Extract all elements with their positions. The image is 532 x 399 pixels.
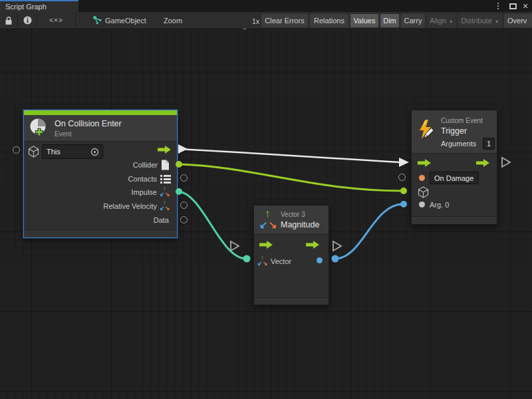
graph-toolbar: <×> GameObject Zoom 1x Clear Errors Rela… [0, 12, 532, 29]
node-category: Vector 3 [281, 211, 305, 218]
port-label: Impulse [131, 188, 157, 196]
event-icon [29, 117, 49, 138]
relations-button[interactable]: Relations [310, 14, 348, 27]
carry-button[interactable]: Carry [401, 14, 425, 27]
lock-icon [5, 16, 13, 25]
event-name-port[interactable] [419, 175, 425, 181]
custom-event-icon [417, 119, 437, 140]
flow-input-marker[interactable] [231, 241, 239, 251]
node-category: Custom Event [441, 117, 483, 124]
node-on-collision-enter[interactable]: On Collision Enter Event This Collider [23, 110, 178, 238]
vector3-icon: ↑ ↙ ↘ [258, 256, 268, 267]
wire-flow[interactable] [178, 149, 399, 162]
input-port-event-name[interactable] [398, 174, 406, 181]
arg0-port[interactable] [419, 201, 425, 207]
flow-input-port[interactable] [259, 240, 273, 249]
node-header: ↑ ↙ ↘ Vector 3 Magnitude [254, 205, 329, 235]
event-name-field[interactable]: On Damage [430, 172, 479, 184]
flow-output-port[interactable] [157, 145, 172, 154]
node-header: Custom Event Trigger Arguments 1 [412, 110, 497, 154]
wire-collider[interactable] [178, 164, 403, 191]
port-row-impulse[interactable]: Impulse ↑ ↙ ↘ [131, 186, 170, 199]
port-label: Relative Velocity [103, 202, 157, 210]
wire-impulse[interactable] [178, 192, 246, 259]
flow-input-port[interactable] [417, 158, 432, 168]
vector3-icon: ↑ ↙ ↘ [260, 208, 277, 231]
arguments-count-field[interactable]: 1 [483, 138, 495, 150]
tab-script-graph[interactable]: Script Graph [0, 0, 78, 12]
distribute-label: Distribute [461, 17, 491, 25]
align-dropdown-button[interactable]: Align ▼ [427, 14, 456, 27]
zoom-value: 1x [252, 17, 259, 25]
self-target-value: This [47, 148, 61, 156]
chevron-down-icon: ▼ [449, 19, 454, 24]
tab-bar: Script Graph × [0, 0, 532, 12]
flow-output-marker[interactable] [333, 241, 341, 251]
flow-output-port[interactable] [475, 158, 490, 168]
arguments-label: Arguments [441, 140, 476, 148]
wire-magnitude[interactable] [335, 204, 403, 259]
output-port-contacts[interactable] [180, 174, 188, 182]
breadcrumb-graph-icon [92, 12, 102, 29]
info-icon [23, 16, 32, 25]
port-label: Data [154, 216, 169, 224]
arg0-label: Arg. 0 [430, 201, 449, 209]
breadcrumb[interactable]: GameObject [105, 17, 146, 25]
output-port-data[interactable] [180, 216, 188, 223]
node-title: Magnitude [281, 220, 319, 229]
node-title: Trigger [441, 126, 467, 136]
wire-endpoint[interactable] [243, 255, 251, 263]
document-icon [161, 160, 170, 170]
clear-errors-button[interactable]: Clear Errors [261, 14, 308, 27]
flow-start-arrow[interactable] [178, 144, 188, 154]
zoom-label: Zoom [164, 17, 182, 25]
port-label: Contacts [128, 175, 157, 183]
vector3-icon: ↑ ↙ ↘ [160, 187, 170, 198]
flow-output-port[interactable] [305, 240, 320, 249]
close-icon[interactable]: × [520, 0, 531, 12]
dim-toggle-button[interactable]: Dim [380, 14, 399, 27]
kebab-menu-icon[interactable] [493, 0, 503, 12]
distribute-dropdown-button[interactable]: Distribute ▼ [458, 14, 502, 27]
object-picker-icon[interactable] [90, 148, 99, 156]
wire-endpoint[interactable] [332, 255, 339, 263]
port-row-contacts[interactable]: Contacts [128, 172, 171, 186]
code-preview-button[interactable]: <×> [37, 12, 75, 29]
node-vector3-magnitude[interactable]: ↑ ↙ ↘ Vector 3 Magnitude ↑ ↙ ↘ Vector [253, 205, 329, 305]
values-toggle-button[interactable]: Values [350, 14, 378, 27]
event-accent-bar [24, 110, 177, 115]
node-footer [412, 216, 497, 224]
graph-canvas[interactable]: On Collision Enter Event This Collider [0, 29, 532, 399]
maximize-icon[interactable] [507, 0, 518, 12]
port-row-data[interactable]: Data [154, 213, 169, 227]
output-port-relative-velocity[interactable] [180, 201, 188, 209]
port-label-vector: Vector [271, 257, 291, 265]
port-row-collider[interactable]: Collider [133, 158, 170, 172]
lock-button[interactable] [0, 12, 17, 29]
script-graph-window: Script Graph × <×> [0, 0, 532, 399]
node-custom-event-trigger[interactable]: Custom Event Trigger Arguments 1 On Dama… [411, 110, 497, 225]
flow-end-arrow[interactable] [399, 158, 409, 167]
input-port-self[interactable] [13, 146, 20, 154]
self-target-field[interactable]: This [42, 144, 103, 159]
vector-output-port[interactable] [317, 257, 323, 263]
gameobject-cube-icon [28, 146, 39, 158]
vector3-icon: ↑ ↙ ↘ [160, 201, 170, 211]
node-subtitle: Event [55, 130, 72, 138]
code-brackets-icon: <×> [49, 17, 63, 24]
chevron-down-icon: ▼ [495, 19, 499, 24]
node-footer [254, 297, 329, 305]
flow-output-marker[interactable] [502, 158, 510, 167]
node-title: On Collision Enter [55, 119, 122, 128]
gameobject-cube-icon [418, 186, 429, 198]
port-label: Collider [133, 161, 158, 169]
list-icon [160, 174, 171, 184]
overview-button[interactable]: Overv [504, 14, 532, 27]
wire-endpoint[interactable] [400, 188, 407, 194]
info-button[interactable] [18, 12, 37, 29]
node-footer [24, 229, 177, 237]
node-header: On Collision Enter Event [24, 115, 177, 142]
wire-endpoint[interactable] [400, 201, 407, 207]
align-label: Align [430, 17, 446, 25]
port-row-relative-velocity[interactable]: Relative Velocity ↑ ↙ ↘ [103, 200, 170, 213]
